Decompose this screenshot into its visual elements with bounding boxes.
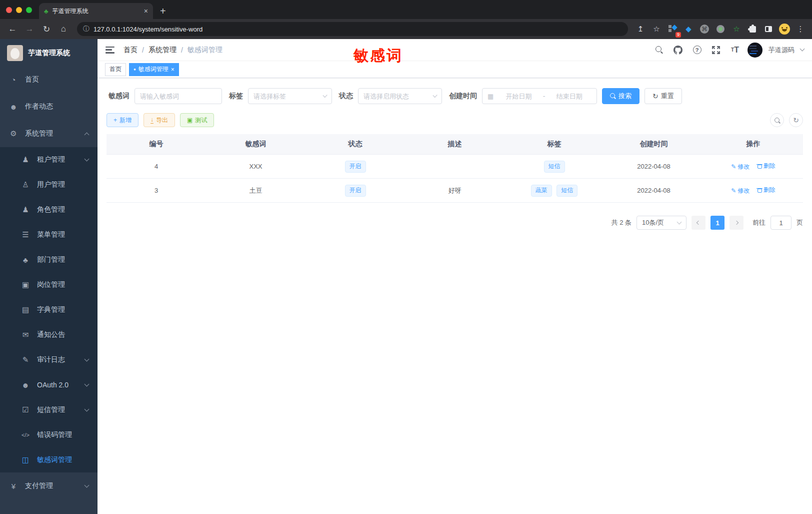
sidebar-item-sms[interactable]: ☑ 短信管理	[0, 397, 98, 422]
app-logo[interactable]: 芋道管理系统	[0, 42, 98, 64]
search-icon[interactable]	[652, 44, 666, 57]
tag-select[interactable]	[248, 88, 332, 104]
delete-button[interactable]: 删除	[758, 162, 776, 170]
refresh-icon: ↻	[652, 93, 658, 100]
breadcrumb-system[interactable]: 系统管理	[148, 46, 176, 55]
breadcrumb-home[interactable]: 首页	[124, 46, 138, 55]
cell-actions: ✎修改 删除	[704, 186, 803, 195]
badge-icon: ▣	[21, 280, 30, 289]
tag-badge: 短信	[556, 185, 578, 197]
address-bar[interactable]: ⓘ 127.0.0.1:1024/system/sensitive-word	[77, 22, 628, 36]
sidebar-item-payment[interactable]: ¥ 支付管理	[0, 472, 98, 499]
profile-avatar[interactable]	[778, 23, 791, 36]
breadcrumb-current: 敏感词管理	[188, 46, 222, 55]
sidebar-item-sensitive-word[interactable]: ◫ 敏感词管理	[0, 447, 98, 472]
sidebar-item-system[interactable]: ⚙ 系统管理	[0, 120, 98, 147]
sidebar-item-tenant[interactable]: ♟ 租户管理	[0, 147, 98, 172]
test-button[interactable]: ▣ 测试	[180, 113, 214, 127]
font-size-icon[interactable]: TT	[728, 44, 742, 57]
home-icon[interactable]: ⌂	[56, 24, 71, 34]
cell-description: 好呀	[405, 186, 504, 195]
edit-button[interactable]: ✎修改	[731, 187, 750, 195]
table-row: 3 土豆 开启 好呀 蔬菜 短信 2022-04-08 ✎修改 删除	[106, 178, 803, 202]
status-select[interactable]	[358, 88, 442, 104]
gem-extension-icon[interactable]: ◆	[682, 23, 695, 36]
help-icon[interactable]: ?	[690, 44, 704, 57]
reset-button[interactable]: ↻ 重置	[644, 88, 682, 104]
open-book-icon: ◫	[21, 455, 30, 464]
sidebar-item-author-feed[interactable]: ☻ 作者动态	[0, 93, 98, 120]
fullscreen-icon[interactable]	[710, 44, 722, 57]
bookmark-star-icon[interactable]: ☆	[650, 23, 663, 36]
sidebar-menu: ◔ 首页 ☻ 作者动态 ⚙ 系统管理 ♟ 租户管理 ♙ 用户管	[0, 66, 98, 514]
trash-icon	[758, 163, 762, 169]
date-range-picker[interactable]: ▦ -	[482, 88, 597, 104]
export-button[interactable]: ↓ 导出	[144, 113, 175, 127]
keyword-input-wrap	[134, 88, 222, 104]
sidebar-item-post[interactable]: ▣ 岗位管理	[0, 272, 98, 297]
tags-view: 首页 ● 敏感词管理 ×	[98, 61, 812, 78]
sidebar-item-home[interactable]: ◔ 首页	[0, 66, 98, 93]
back-icon[interactable]: ←	[5, 24, 20, 34]
search-button[interactable]: 搜索	[602, 88, 640, 104]
delete-button[interactable]: 删除	[758, 186, 776, 194]
page-size-select[interactable]: 10条/页	[636, 216, 686, 230]
window-close-button[interactable]	[6, 7, 12, 13]
refresh-table-button[interactable]: ↻	[789, 113, 803, 127]
sidebar-item-error-code[interactable]: </> 错误码管理	[0, 422, 98, 447]
edit-icon: ✎	[731, 163, 736, 170]
github-icon[interactable]	[672, 44, 684, 57]
page-content: 敏感词 标签 状态 创建时间 ▦	[98, 78, 812, 514]
browser-tab[interactable]: ♣ 芋道管理系统 ×	[39, 3, 153, 19]
tag-close-icon[interactable]: ×	[171, 66, 174, 73]
extension-grid-glyph	[668, 25, 676, 33]
sidebar-item-user[interactable]: ♙ 用户管理	[0, 172, 98, 197]
cell-word: 土豆	[206, 186, 306, 195]
tag-sensitive-word[interactable]: ● 敏感词管理 ×	[129, 63, 179, 76]
tab-close-icon[interactable]: ×	[144, 7, 148, 15]
extension-grid-icon[interactable]: 9	[666, 23, 679, 36]
page-number[interactable]: 1	[710, 216, 724, 230]
search-icon	[610, 93, 616, 99]
goto-page-input[interactable]	[770, 216, 792, 230]
next-page-button[interactable]	[730, 216, 744, 230]
sidebar-item-notice[interactable]: ✉ 通知公告	[0, 322, 98, 347]
goto-label: 前往	[752, 218, 766, 227]
edit-button[interactable]: ✎修改	[731, 163, 750, 171]
end-date-input[interactable]	[547, 93, 592, 100]
record-extension-icon[interactable]	[714, 23, 727, 36]
reload-icon[interactable]: ↻	[39, 24, 54, 35]
star-extension-icon[interactable]: ☆	[730, 23, 743, 36]
keyword-input[interactable]	[140, 93, 216, 100]
sidebar-item-dept[interactable]: ♣ 部门管理	[0, 247, 98, 272]
add-button[interactable]: + 新增	[106, 113, 138, 127]
window-minimize-button[interactable]	[16, 7, 22, 13]
tag-home[interactable]: 首页	[105, 63, 126, 76]
site-info-icon[interactable]: ⓘ	[83, 25, 90, 34]
sidebar-item-dict[interactable]: ▤ 字典管理	[0, 297, 98, 322]
start-date-input[interactable]	[496, 93, 541, 100]
url-text: 127.0.0.1:1024/system/sensitive-word	[94, 26, 202, 33]
window-controls[interactable]	[0, 7, 39, 19]
forward-icon[interactable]: →	[22, 24, 37, 34]
sidebar-item-menu[interactable]: ☰ 菜单管理	[0, 222, 98, 247]
prev-page-button[interactable]	[692, 216, 706, 230]
command-extension-icon[interactable]: ⌘	[698, 23, 711, 36]
side-panel-icon[interactable]	[762, 23, 775, 36]
sidebar-item-audit-log[interactable]: ✎ 审计日志	[0, 347, 98, 372]
share-icon[interactable]: ↥	[634, 23, 647, 36]
extensions-puzzle-icon[interactable]	[746, 23, 759, 36]
user-avatar[interactable]	[748, 43, 762, 58]
browser-actions: ↥ ☆ 9 ◆ ⌘ ☆ ⋮	[634, 23, 807, 36]
user-menu-caret-icon[interactable]	[800, 47, 805, 52]
window-zoom-button[interactable]	[26, 7, 32, 13]
browser-toolbar: ← → ↻ ⌂ ⓘ 127.0.0.1:1024/system/sensitiv…	[0, 19, 812, 39]
sidebar-item-role[interactable]: ♟ 角色管理	[0, 197, 98, 222]
new-tab-button[interactable]: +	[153, 6, 173, 19]
tag-select-input[interactable]	[254, 93, 320, 100]
toggle-search-button[interactable]	[770, 113, 784, 127]
browser-menu-icon[interactable]: ⋮	[794, 23, 807, 36]
status-select-input[interactable]	[364, 93, 430, 100]
hamburger-icon[interactable]	[106, 47, 114, 54]
sidebar-item-oauth[interactable]: ☻ OAuth 2.0	[0, 372, 98, 397]
